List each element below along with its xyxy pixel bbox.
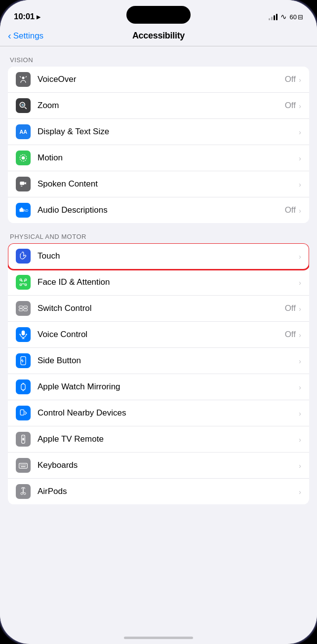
- svg-rect-20: [19, 309, 23, 311]
- display-chevron: ›: [299, 128, 301, 136]
- svg-rect-23: [22, 331, 25, 336]
- wifi-icon: ∿: [280, 12, 287, 21]
- row-switch[interactable]: Switch Control Off ›: [8, 296, 309, 322]
- signal-bar-4: [276, 14, 277, 20]
- motion-chevron: ›: [299, 154, 301, 162]
- faceid-icon: [16, 275, 31, 290]
- switch-chevron: ›: [299, 304, 301, 313]
- row-zoom[interactable]: 🔍 Zoom Off ›: [8, 93, 309, 119]
- voice-label: Voice Control: [38, 330, 285, 340]
- dynamic-island: [126, 6, 191, 24]
- svg-text:AA: AA: [20, 129, 28, 135]
- physical-group: Touch › Face ID & Attention ›: [8, 243, 309, 504]
- section-vision: VISION VoiceOver Off › 🔍: [0, 46, 317, 223]
- control-chevron: ›: [299, 409, 301, 417]
- page-title: Accessibility: [132, 31, 185, 41]
- watch-chevron: ›: [299, 383, 301, 391]
- row-spoken[interactable]: Spoken Content ›: [8, 171, 309, 197]
- motion-label: Motion: [38, 153, 299, 163]
- audio-label: Audio Descriptions: [38, 205, 285, 215]
- svg-point-17: [21, 280, 23, 282]
- row-tv[interactable]: Apple TV Remote ›: [8, 426, 309, 453]
- svg-rect-13: [20, 279, 21, 280]
- zoom-icon: 🔍: [16, 98, 31, 113]
- svg-rect-22: [24, 309, 28, 311]
- row-audio[interactable]: AD Audio Descriptions Off ›: [8, 197, 309, 223]
- svg-rect-29: [21, 384, 25, 390]
- spoken-icon: [16, 177, 31, 191]
- audio-chevron: ›: [299, 206, 301, 215]
- svg-rect-16: [25, 284, 26, 285]
- signal-bar-3: [274, 15, 275, 20]
- row-airpods[interactable]: AirPods ›: [8, 479, 309, 504]
- zoom-label: Zoom: [38, 101, 285, 111]
- spoken-chevron: ›: [299, 180, 301, 189]
- signal-bar-2: [271, 17, 273, 20]
- display-label: Display & Text Size: [38, 127, 299, 137]
- row-keyboards[interactable]: Keyboards ›: [8, 453, 309, 479]
- airpods-icon: [16, 484, 31, 499]
- phone-frame: 10:01 ▶ ∿ 60 ⊟: [0, 0, 317, 644]
- svg-point-18: [24, 280, 25, 282]
- row-watch[interactable]: Apple Watch Mirroring ›: [8, 374, 309, 400]
- display-icon: AA: [16, 124, 31, 139]
- back-button[interactable]: ‹ Settings: [8, 31, 43, 41]
- home-indicator: [124, 637, 193, 639]
- side-label: Side Button: [38, 356, 299, 366]
- back-chevron-icon: ‹: [8, 30, 11, 41]
- svg-rect-36: [19, 463, 28, 468]
- content-area: VISION VoiceOver Off › 🔍: [0, 46, 317, 635]
- svg-text:🔍: 🔍: [21, 103, 26, 108]
- watch-label: Apple Watch Mirroring: [38, 382, 299, 392]
- svg-rect-19: [19, 306, 23, 308]
- section-header-vision: VISION: [0, 46, 317, 67]
- svg-rect-15: [20, 284, 21, 285]
- row-motion[interactable]: Motion ›: [8, 145, 309, 171]
- svg-rect-35: [22, 438, 24, 441]
- control-label: Control Nearby Devices: [38, 408, 299, 418]
- battery-level: 60: [290, 13, 297, 21]
- row-display[interactable]: AA Display & Text Size ›: [8, 119, 309, 145]
- control-icon: [16, 406, 31, 420]
- svg-point-44: [24, 492, 26, 494]
- audio-value: Off: [285, 205, 296, 215]
- faceid-label: Face ID & Attention: [38, 277, 299, 287]
- audio-icon: AD: [16, 203, 31, 218]
- spoken-label: Spoken Content: [38, 179, 299, 189]
- svg-rect-21: [24, 306, 28, 308]
- svg-marker-8: [25, 182, 26, 185]
- switch-label: Switch Control: [38, 303, 285, 313]
- svg-point-11: [21, 208, 23, 210]
- svg-point-34: [23, 436, 24, 437]
- voice-icon: [16, 327, 31, 342]
- status-icons: ∿ 60 ⊟: [269, 12, 303, 21]
- row-voiceover[interactable]: VoiceOver Off ›: [8, 67, 309, 93]
- switch-value: Off: [285, 303, 296, 313]
- svg-text:AD: AD: [24, 209, 28, 212]
- row-side[interactable]: Side Button ›: [8, 348, 309, 374]
- row-control[interactable]: Control Nearby Devices ›: [8, 400, 309, 426]
- voice-value: Off: [285, 330, 296, 340]
- section-physical: PHYSICAL AND MOTOR Touch ›: [0, 223, 317, 504]
- svg-point-5: [22, 156, 25, 160]
- row-touch[interactable]: Touch ›: [8, 243, 309, 269]
- battery-icon: 60 ⊟: [290, 13, 303, 21]
- back-label: Settings: [13, 31, 43, 41]
- svg-point-43: [21, 492, 23, 494]
- voiceover-icon: [16, 72, 31, 87]
- motion-icon: [16, 151, 31, 165]
- svg-rect-14: [25, 279, 26, 280]
- row-faceid[interactable]: Face ID & Attention ›: [8, 269, 309, 296]
- airpods-chevron: ›: [299, 488, 301, 496]
- location-icon: ▶: [37, 14, 40, 20]
- signal-bar-1: [269, 18, 270, 20]
- svg-point-0: [22, 76, 25, 79]
- voiceover-chevron: ›: [299, 76, 301, 84]
- svg-rect-7: [20, 182, 24, 185]
- keyboards-label: Keyboards: [38, 460, 299, 470]
- row-voice[interactable]: Voice Control Off ›: [8, 322, 309, 348]
- tv-icon: [16, 432, 31, 447]
- voiceover-value: Off: [285, 75, 296, 84]
- battery-symbol: ⊟: [298, 13, 303, 21]
- touch-icon: [16, 249, 31, 264]
